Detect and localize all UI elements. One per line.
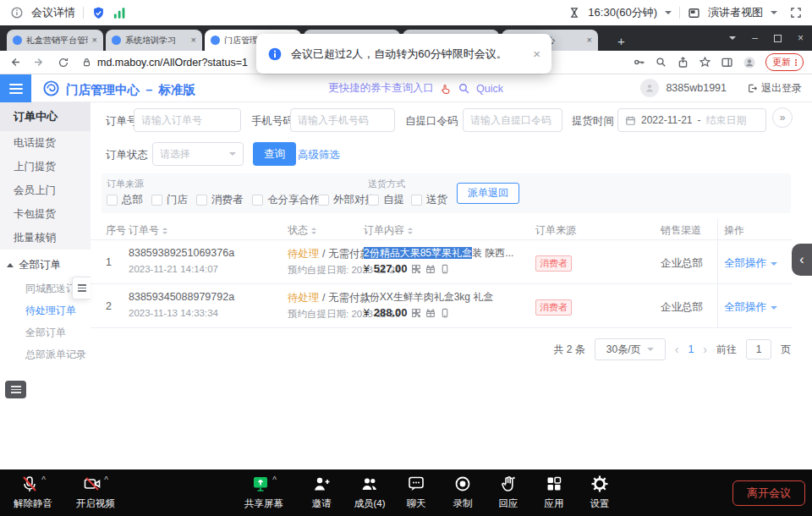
window-minimize-button[interactable]: – xyxy=(752,33,758,43)
fullscreen-icon[interactable] xyxy=(790,7,802,19)
chevron-up-icon[interactable]: ^ xyxy=(104,476,108,485)
all-actions-dropdown[interactable]: 全部操作 xyxy=(724,300,777,315)
quick-search-icon[interactable] xyxy=(458,82,470,95)
source-checkbox-warehouse-share[interactable]: 仓分享合作 xyxy=(252,193,321,207)
source-checkbox-consumer[interactable]: 消费者 xyxy=(196,193,244,207)
security-shield-icon[interactable] xyxy=(91,6,106,20)
page-size-select[interactable]: 30条/页 xyxy=(595,338,666,360)
phone-icon[interactable] xyxy=(440,308,450,318)
network-signal-icon[interactable] xyxy=(113,7,126,19)
current-page[interactable]: 1 xyxy=(688,343,694,355)
browser-tab[interactable]: 系统培训学习 × xyxy=(106,30,202,51)
prev-page-button[interactable]: ‹ xyxy=(675,343,679,356)
notification-close-icon[interactable]: × xyxy=(533,47,540,61)
source-checkbox-store[interactable]: 门店 xyxy=(151,193,188,207)
promo-link[interactable]: 更快捷的券卡查询入口 xyxy=(328,81,434,96)
search-button[interactable]: 查询 xyxy=(253,142,296,166)
sidebar-item-batch-verify[interactable]: 批量核销 xyxy=(0,226,91,250)
sidebar-collapse-handle[interactable] xyxy=(72,277,91,299)
tab-close-icon[interactable]: × xyxy=(92,36,97,45)
lock-icon[interactable] xyxy=(81,57,92,68)
checkbox-icon[interactable] xyxy=(368,195,379,206)
sidebar-item-door-pickup[interactable]: 上门提货 xyxy=(0,155,91,178)
sort-icon[interactable] xyxy=(408,225,413,237)
tab-close-icon[interactable]: × xyxy=(587,36,592,45)
col-order-no[interactable]: 订单号 xyxy=(129,223,167,238)
view-dropdown-icon[interactable] xyxy=(771,11,777,18)
meeting-panel-toggle[interactable]: ‹ xyxy=(792,244,812,276)
dispatch-return-button[interactable]: 派单退回 xyxy=(457,183,519,204)
order-no-input[interactable] xyxy=(134,108,241,132)
quick-label[interactable]: Quick xyxy=(476,83,503,95)
share-icon[interactable] xyxy=(677,56,689,69)
checkbox-icon[interactable] xyxy=(107,195,118,206)
next-page-button[interactable]: › xyxy=(703,343,707,356)
user-avatar[interactable] xyxy=(640,79,659,97)
forward-icon[interactable] xyxy=(33,56,46,69)
logout-button[interactable]: 退出登录 xyxy=(747,81,802,96)
source-checkbox-external[interactable]: 外部对接 xyxy=(318,193,376,207)
browser-tab[interactable]: 礼盒营销平台管理中心 × xyxy=(7,30,103,51)
col-status[interactable]: 状态 xyxy=(288,223,316,238)
new-tab-button[interactable]: + xyxy=(617,35,625,47)
back-icon[interactable] xyxy=(8,56,21,69)
unmute-button[interactable]: ^ 解除静音 xyxy=(3,473,63,510)
profile-icon[interactable] xyxy=(743,56,756,69)
side-panel-icon[interactable] xyxy=(721,56,733,69)
info-icon[interactable] xyxy=(10,6,24,19)
leave-meeting-button[interactable]: 离开会议 xyxy=(732,480,805,506)
order-number[interactable]: 83859389251069376a xyxy=(129,247,234,259)
qr-code-icon[interactable] xyxy=(411,264,421,274)
tab-search-icon[interactable] xyxy=(729,36,736,43)
start-video-button[interactable]: ^ 开启视频 xyxy=(65,473,126,510)
date-range-picker[interactable]: 2022-11-21 - 结束日期 xyxy=(617,108,766,132)
phone-icon[interactable] xyxy=(440,264,450,274)
collapse-search-button[interactable]: » xyxy=(772,107,793,128)
sidebar-section-order-center[interactable]: 订单中心 xyxy=(0,102,91,131)
sidebar-sub-pending-orders[interactable]: 待处理订单 xyxy=(0,299,91,321)
chevron-up-icon[interactable]: ^ xyxy=(272,476,277,485)
reload-icon[interactable] xyxy=(58,57,69,69)
sidebar-sub-hq-dispatch-log[interactable]: 总部派单记录 xyxy=(0,343,91,365)
all-actions-dropdown[interactable]: 全部操作 xyxy=(724,256,777,271)
checkbox-icon[interactable] xyxy=(151,195,162,206)
sort-icon[interactable] xyxy=(311,225,316,237)
menu-hamburger-button[interactable] xyxy=(0,74,31,102)
source-checkbox-hq[interactable]: 总部 xyxy=(107,193,143,207)
sidebar-item-phone-pickup[interactable]: 电话提货 xyxy=(0,131,91,155)
chevron-up-icon[interactable]: ^ xyxy=(41,476,46,485)
zoom-icon[interactable] xyxy=(655,56,667,69)
view-mode-label[interactable]: 演讲者视图 xyxy=(708,5,763,20)
settings-button[interactable]: 设置 xyxy=(569,473,630,510)
window-maximize-button[interactable] xyxy=(774,35,782,42)
meeting-details-label[interactable]: 会议详情 xyxy=(31,5,75,20)
sidebar-item-member-visit[interactable]: 会员上门 xyxy=(0,178,91,202)
window-close-button[interactable]: × xyxy=(798,33,804,43)
table-row[interactable]: 1 83859389251069376a 2023-11-21 14:14:07… xyxy=(91,240,793,284)
sidebar-sub-all-orders[interactable]: 全部订单 xyxy=(0,321,91,343)
table-row[interactable]: 2 83859345088979792a 2023-11-13 14:33:34… xyxy=(91,284,793,328)
sidebar-item-card-pickup[interactable]: 卡包提货 xyxy=(0,202,91,226)
delivery-checkbox-selfpickup[interactable]: 自提 xyxy=(368,193,404,207)
checkbox-icon[interactable] xyxy=(196,195,207,206)
timer-dropdown-icon[interactable] xyxy=(665,11,672,18)
tab-close-icon[interactable]: × xyxy=(191,36,196,45)
order-number[interactable]: 83859345088979792a xyxy=(129,291,234,303)
order-content[interactable]: 1份XX生鲜羊肉礼盒3kg 礼盒 xyxy=(364,290,493,305)
browser-update-badge[interactable]: 更新 xyxy=(765,53,804,71)
gift-icon[interactable] xyxy=(425,264,436,274)
share-screen-button[interactable]: ^ 共享屏幕 xyxy=(233,473,294,510)
goto-page-input[interactable] xyxy=(746,339,771,360)
delivery-checkbox-deliver[interactable]: 送货 xyxy=(411,193,447,207)
sort-icon[interactable] xyxy=(162,225,167,237)
gift-icon[interactable] xyxy=(425,308,436,318)
checkbox-icon[interactable] xyxy=(252,195,263,206)
advanced-filter-link[interactable]: 高级筛选 xyxy=(298,148,340,162)
col-content[interactable]: 订单内容 xyxy=(364,223,413,238)
qr-code-icon[interactable] xyxy=(411,308,421,318)
floating-list-button[interactable] xyxy=(5,381,26,398)
phone-input[interactable] xyxy=(290,108,395,132)
bookmark-star-icon[interactable] xyxy=(699,56,711,69)
pickup-code-input[interactable] xyxy=(463,108,562,132)
checkbox-icon[interactable] xyxy=(411,195,422,206)
